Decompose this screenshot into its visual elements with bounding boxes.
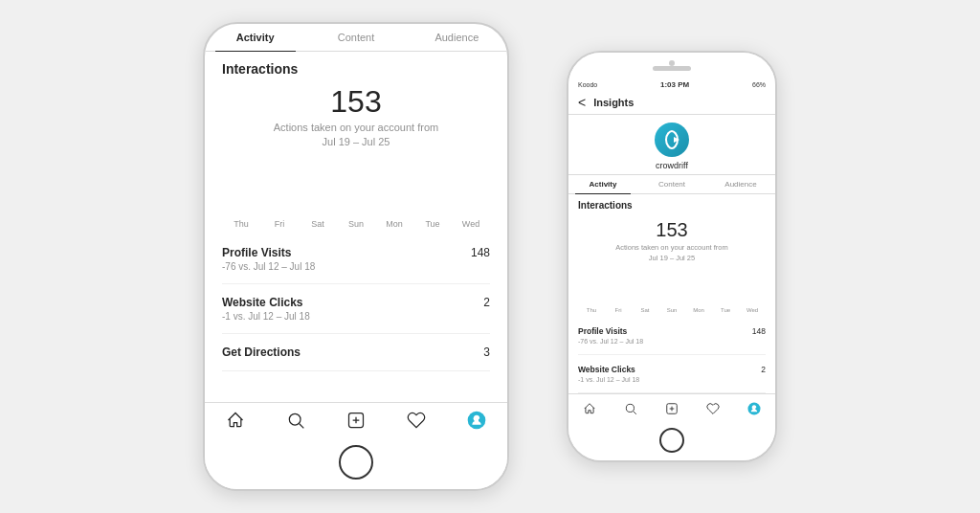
small-phone-top [568,53,775,78]
status-bar: Koodo 1:03 PM 66% [568,78,775,91]
sbar-col-5: Tue [712,304,739,313]
small-phone-bottom-nav [568,393,775,423]
bar-label-sat: Sat [311,219,324,229]
nav-heart-large[interactable] [387,411,447,430]
search-icon [286,411,305,430]
carrier-text: Koodo [578,81,597,88]
home-icon-small [580,399,599,418]
nav-home-small[interactable] [568,399,610,418]
nav-search-small[interactable] [610,399,651,418]
nav-profile-large[interactable] [447,411,507,430]
stat-value-1-small: 2 [761,365,766,374]
stat-sub-0-large: -76 vs. Jul 12 – Jul 18 [222,261,490,272]
small-phone-bottom [568,423,775,460]
battery-text: 66% [752,81,766,88]
stat-sub-1-small: -1 vs. Jul 12 – Jul 18 [578,376,766,383]
interactions-title-large: Interactions [222,61,490,77]
big-number-sub-small: Actions taken on your account fromJul 19… [578,243,766,263]
stat-sub-0-small: -76 vs. Jul 12 – Jul 18 [578,338,766,345]
sbar-label-wed: Wed [746,307,758,313]
nav-heart-small[interactable] [693,399,734,418]
large-phone-tabs: Activity Content Audience [205,24,507,52]
large-phone: Activity Content Audience Interactions 1… [203,22,509,491]
tab-activity-small[interactable]: Activity [568,175,637,193]
svg-point-6 [626,404,634,412]
home-icon [226,411,245,430]
profile-icon [467,411,486,430]
stat-title-2-large: Get Directions [222,346,301,359]
small-phone: Koodo 1:03 PM 66% < Insights crowdriff A… [567,51,777,462]
bar-col-4: Mon [375,216,413,229]
stat-value-0-small: 148 [752,326,766,336]
bar-label-tue: Tue [425,219,439,229]
sbar-label-sun: Sun [667,307,678,313]
stat-website-clicks-large: Website Clicks 2 -1 vs. Jul 12 – Jul 18 [222,284,490,334]
insights-header: < Insights [568,91,775,115]
large-phone-bottom [205,437,507,489]
bar-col-2: Sat [299,216,337,229]
time-text: 1:03 PM [660,80,689,89]
bar-col-6: Wed [452,216,490,229]
stat-profile-visits-small: Profile Visits 148 -76 vs. Jul 12 – Jul … [578,317,766,355]
sbar-label-thu: Thu [587,307,596,313]
stat-title-0-small: Profile Visits [578,326,627,336]
tab-audience-large[interactable]: Audience [407,24,507,51]
stat-value-2-large: 3 [483,346,490,359]
add-icon-small [662,399,681,418]
large-phone-scroll: Interactions 153 Actions taken on your a… [205,52,507,402]
bar-label-mon: Mon [386,219,403,229]
small-phone-tabs: Activity Content Audience [568,175,775,194]
tab-content-large[interactable]: Content [305,24,406,51]
bar-label-sun: Sun [348,219,364,229]
heart-icon [407,411,426,430]
bar-col-3: Sun [337,216,375,229]
home-button-large[interactable] [339,445,373,480]
tab-content-small[interactable]: Content [637,175,706,193]
bar-chart-small: Thu Fri Sat Sun Mon Tue [578,275,766,313]
big-number-sub-large: Actions taken on your account fromJul 19… [222,121,490,150]
stat-get-directions-large: Get Directions 3 [222,334,490,371]
search-icon-small [621,399,640,418]
nav-add-large[interactable] [325,411,386,430]
nav-add-small[interactable] [651,399,692,418]
nav-search-large[interactable] [265,411,325,430]
bar-label-wed: Wed [462,219,479,229]
bar-col-0: Thu [222,216,260,229]
sbar-label-sat: Sat [640,307,649,313]
stat-title-0-large: Profile Visits [222,246,291,259]
nav-profile-small[interactable] [734,399,775,418]
profile-icon-small [745,399,764,418]
stat-value-1-large: 2 [483,296,490,309]
heart-icon-small [703,399,723,418]
big-number-large: 153 [222,86,490,117]
brand-area: crowdriff [568,115,775,175]
tab-activity-large[interactable]: Activity [205,24,305,51]
sbar-col-2: Sat [632,304,658,313]
bar-chart-large: Thu Fri Sat Sun Mon Tue [222,162,490,229]
sbar-col-0: Thu [578,304,605,313]
sbar-label-fri: Fri [615,307,622,313]
back-arrow[interactable]: < [578,95,586,110]
big-number-small: 153 [578,220,766,239]
brand-name: crowdriff [656,161,688,170]
stat-sub-1-large: -1 vs. Jul 12 – Jul 18 [222,311,490,322]
stat-value-0-large: 148 [471,246,490,259]
interactions-title-small: Interactions [578,200,766,211]
add-icon [346,411,366,430]
svg-line-1 [300,424,304,429]
speaker [653,66,691,71]
bar-col-5: Tue [413,216,452,229]
sbar-label-tue: Tue [721,307,730,313]
sbar-label-mon: Mon [693,307,704,313]
insights-title: Insights [593,97,634,108]
nav-home-large[interactable] [205,411,265,430]
tab-audience-small[interactable]: Audience [706,175,775,193]
sbar-col-4: Mon [685,304,712,313]
svg-point-0 [289,413,301,425]
bar-col-1: Fri [260,216,299,229]
bar-label-fri: Fri [275,219,285,229]
sbar-col-3: Sun [658,304,685,313]
small-phone-scroll: Interactions 153 Actions taken on your a… [568,194,775,393]
home-button-small[interactable] [659,428,684,453]
svg-line-7 [633,412,635,414]
